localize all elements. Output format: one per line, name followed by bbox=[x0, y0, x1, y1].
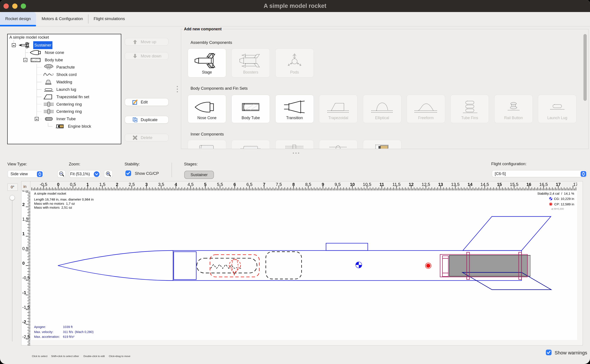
flight-configuration-label: Flight configuration: bbox=[491, 162, 526, 166]
view-type-value: Side view bbox=[11, 170, 28, 177]
add-centeringring-card[interactable] bbox=[275, 140, 314, 149]
zoom-out-button[interactable] bbox=[57, 170, 66, 178]
svg-text:1,5: 1,5 bbox=[22, 217, 28, 221]
rocket-info-line: Mass with no motors 1,7 oz bbox=[34, 202, 75, 205]
add-coupler-card[interactable] bbox=[231, 140, 270, 149]
tree-expander-body-tube[interactable] bbox=[23, 58, 27, 62]
view-type-select[interactable]: Side view bbox=[8, 170, 44, 178]
title-bar[interactable]: A simple model rocket bbox=[0, 0, 590, 12]
horizontal-splitter-handle[interactable] bbox=[293, 153, 299, 154]
tree-expander-inner-tube[interactable] bbox=[35, 117, 39, 121]
cp-line: CP: 12,589 in bbox=[554, 202, 574, 206]
tree-item-centering-ring[interactable]: Centering ring bbox=[56, 108, 82, 115]
tree-item-shock-cord[interactable]: Shock cord bbox=[56, 71, 77, 78]
card-label: Stage bbox=[188, 70, 226, 75]
card-label: Launch Lug bbox=[538, 116, 576, 120]
show-cg-cp-checkbox[interactable] bbox=[125, 170, 131, 176]
tab-flight-simulations[interactable]: Flight simulations bbox=[88, 12, 130, 26]
tree-expander-sustainer[interactable] bbox=[12, 43, 16, 47]
svg-text:15: 15 bbox=[497, 182, 502, 187]
add-boosters-card[interactable]: Boosters bbox=[231, 48, 270, 78]
tree-item-engine-block[interactable]: Engine block bbox=[68, 123, 91, 130]
tree-item-parachute[interactable]: Parachute bbox=[56, 64, 75, 71]
add-stage-card[interactable]: Stage bbox=[188, 48, 226, 78]
vertical-splitter-handle[interactable] bbox=[177, 86, 178, 92]
stage-toggle-sustainer[interactable]: Sustainer bbox=[184, 171, 214, 179]
section-title: Assembly Components bbox=[191, 40, 232, 45]
tree-item-sustainer[interactable]: Sustainer bbox=[33, 41, 53, 49]
zoom-in-button[interactable] bbox=[104, 170, 113, 178]
stability-label: Stability: bbox=[125, 162, 140, 167]
trapezoidal-icon bbox=[325, 99, 351, 115]
svg-text:3: 3 bbox=[145, 182, 148, 187]
tree-item-trapezoidal-fin-set[interactable]: Trapezoidal fin set bbox=[56, 93, 89, 101]
canvas-right-gutter bbox=[577, 181, 582, 345]
card-label: Body Tube bbox=[232, 116, 270, 120]
zoom-select[interactable]: Fit (53,1%) bbox=[69, 170, 101, 178]
add-elliptical-card[interactable]: Elliptical bbox=[363, 95, 402, 123]
add-launch-lug-card[interactable]: Launch Lug bbox=[538, 95, 577, 123]
add-trapezoidal-card[interactable]: Trapezoidal bbox=[319, 95, 357, 123]
rotation-slider-knob[interactable] bbox=[10, 195, 15, 200]
add-transition-card[interactable]: Transition bbox=[275, 95, 314, 123]
edit-button[interactable]: Edit bbox=[125, 98, 168, 106]
cp-marker-icon bbox=[549, 202, 552, 206]
tree-guide-line bbox=[25, 52, 28, 53]
tree-guide-line bbox=[36, 104, 41, 104]
show-warnings-label: Show warnings bbox=[555, 350, 587, 356]
engine-block-icon bbox=[53, 123, 66, 130]
tab-motors-configuration[interactable]: Motors & Configuration bbox=[36, 12, 88, 26]
rocket-info-line: Mass with motors 2,51 oz bbox=[34, 206, 72, 209]
flight-stat-row: Max. velocity:311 ft/s (Mach 0,280) bbox=[34, 330, 94, 334]
tree-item-centering-ring[interactable]: Centering ring bbox=[56, 101, 82, 108]
tree-item-inner-tube[interactable]: Inner Tube bbox=[56, 115, 76, 123]
duplicate-button[interactable]: Duplicate bbox=[125, 116, 168, 124]
svg-text:5: 5 bbox=[204, 182, 207, 187]
svg-text:2: 2 bbox=[116, 182, 118, 187]
tree-item-wadding[interactable]: Wadding bbox=[56, 78, 72, 86]
add-tube-fins-card[interactable]: Tube Fins bbox=[450, 95, 489, 123]
component-tree[interactable]: A simple model rocket Sustainer Nose con… bbox=[7, 34, 121, 144]
button-label: Edit bbox=[141, 100, 148, 104]
add-nose-cone-card[interactable]: Nose Cone bbox=[188, 95, 226, 123]
add-rail-button-card[interactable]: Rail Button bbox=[494, 95, 533, 123]
centeringring-icon bbox=[282, 144, 308, 149]
add-engineblock-card[interactable] bbox=[363, 140, 402, 149]
tab-rocket-design[interactable]: Rocket design bbox=[0, 12, 36, 26]
stage-icon bbox=[194, 52, 220, 69]
tree-item-body-tube[interactable]: Body tube bbox=[45, 56, 63, 64]
flight-stat-label: Apogee: bbox=[34, 325, 63, 329]
rotation-slider-track[interactable] bbox=[12, 195, 13, 342]
move-down-button[interactable]: Move down bbox=[125, 52, 168, 60]
tree-guide-line bbox=[27, 60, 28, 60]
flight-configuration-select[interactable]: [C6-5] bbox=[492, 170, 587, 177]
tree-item-launch-lug[interactable]: Launch lug bbox=[56, 86, 76, 93]
tree-item-nose-cone[interactable]: Nose cone bbox=[45, 49, 64, 56]
card-label: Trapezoidal bbox=[319, 116, 357, 120]
add-panel-scrollbar[interactable] bbox=[583, 34, 587, 101]
add-bulkhead-card[interactable] bbox=[319, 140, 357, 149]
inner-tube-icon bbox=[42, 116, 55, 123]
railbutton-icon bbox=[500, 99, 527, 115]
card-label: Freeform bbox=[407, 116, 445, 120]
cg-line: CG: 10,229 in bbox=[554, 197, 574, 201]
add-body-tube-card[interactable]: Body Tube bbox=[231, 95, 270, 123]
delete-button[interactable]: Delete bbox=[125, 134, 168, 141]
magnifier-minus-icon bbox=[58, 171, 65, 178]
transition-icon bbox=[282, 99, 308, 115]
svg-text:10: 10 bbox=[350, 182, 355, 187]
arrow-up-icon bbox=[132, 39, 138, 45]
add-innertube-card[interactable] bbox=[188, 140, 226, 149]
controls-separator bbox=[172, 162, 172, 177]
app-window: A simple model rocket Rocket designMotor… bbox=[0, 0, 590, 364]
rocket-canvas[interactable]: -0,500,511,522,533,544,555,566,577,588,5… bbox=[21, 181, 583, 345]
move-up-button[interactable]: Move up bbox=[125, 38, 168, 46]
tree-guide-line bbox=[36, 111, 41, 112]
show-warnings-checkbox[interactable] bbox=[546, 350, 551, 355]
tree-root-label[interactable]: A simple model rocket bbox=[9, 34, 49, 41]
arrow-down-icon bbox=[132, 53, 138, 59]
edit-icon bbox=[132, 99, 138, 105]
coupler-icon bbox=[238, 144, 264, 149]
add-pods-card[interactable]: Pods bbox=[275, 48, 314, 78]
add-freeform-card[interactable]: Freeform bbox=[407, 95, 445, 123]
